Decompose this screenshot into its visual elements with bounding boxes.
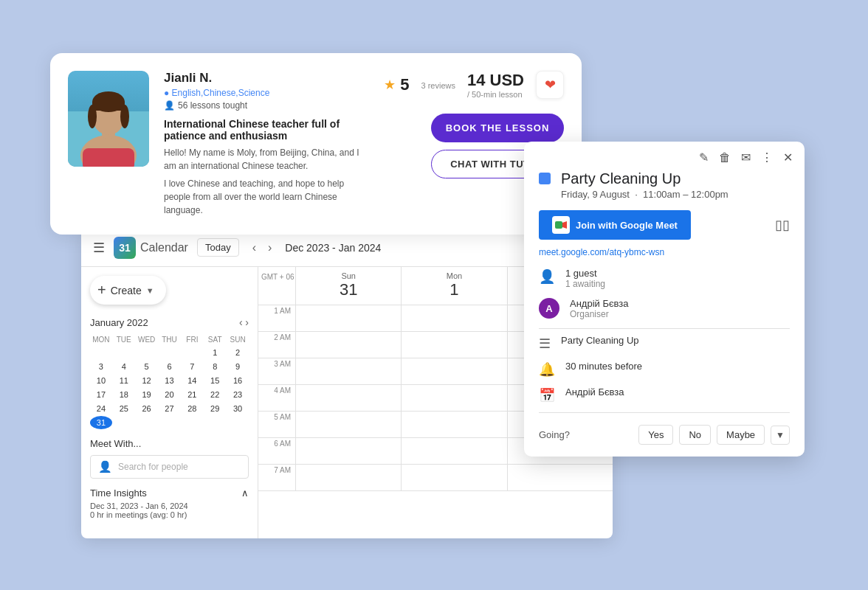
tutor-main: Jianli N. ● English,Chinese,Science 👤 56… <box>164 71 369 217</box>
no-button[interactable]: No <box>679 425 711 445</box>
mini-cal-day[interactable]: 4 <box>113 360 135 373</box>
guests-icon: 👤 <box>539 268 555 285</box>
mini-cal-day[interactable] <box>136 346 158 359</box>
cal-cell[interactable] <box>295 385 401 412</box>
mini-cal-day[interactable]: 12 <box>136 374 158 387</box>
mini-cal-day[interactable] <box>113 346 135 359</box>
mini-cal-day[interactable]: 3 <box>90 360 112 373</box>
mini-cal-day[interactable]: 9 <box>227 360 249 373</box>
copy-icon: ▯▯ <box>775 218 790 232</box>
mini-cal-day[interactable] <box>159 416 181 429</box>
going-dropdown-button[interactable]: ▼ <box>771 426 790 445</box>
mini-cal-next[interactable]: › <box>245 316 249 328</box>
copy-link-button[interactable]: ▯▯ <box>775 217 790 233</box>
cal-cell[interactable] <box>295 465 401 491</box>
cal-cell[interactable] <box>295 438 401 465</box>
close-button[interactable]: ✕ <box>780 148 796 167</box>
mini-cal-day[interactable]: 29 <box>204 402 226 415</box>
mini-cal-day[interactable]: 2 <box>227 346 249 359</box>
day-header-wed: WED <box>136 334 158 345</box>
mini-cal-day[interactable]: 13 <box>159 374 181 387</box>
time-insights-header[interactable]: Time Insights ∧ <box>90 487 249 499</box>
mini-cal-day[interactable] <box>204 416 226 429</box>
mini-cal-day[interactable]: 25 <box>113 402 135 415</box>
cal-cell[interactable] <box>401 465 506 491</box>
email-button[interactable]: ✉ <box>738 148 754 167</box>
calendar-logo-text: Calendar <box>140 241 188 254</box>
cal-cell[interactable] <box>401 385 506 412</box>
mini-cal-day[interactable]: 14 <box>181 374 203 387</box>
tutor-lessons: 👤 56 lessons tought <box>164 100 369 111</box>
cal-cell[interactable] <box>295 412 401 438</box>
calendar-nav: ‹ › <box>248 240 277 256</box>
mini-cal-day[interactable] <box>113 416 135 429</box>
mini-cal-day[interactable]: 27 <box>159 402 181 415</box>
mini-cal-day[interactable]: 15 <box>204 374 226 387</box>
mini-cal-day[interactable]: 5 <box>136 360 158 373</box>
tutor-price-group: 14 USD / 50-min lesson <box>467 71 524 99</box>
cal-cell[interactable] <box>401 332 506 358</box>
day-header-mon: MON <box>90 334 112 345</box>
mini-cal-nav: ‹ › <box>239 316 249 328</box>
book-lesson-button[interactable]: BOOK THE LESSON <box>431 114 564 142</box>
cal-cell[interactable] <box>507 465 613 491</box>
mini-cal-day[interactable]: 1 <box>204 346 226 359</box>
mini-cal-day[interactable]: 6 <box>159 360 181 373</box>
mini-cal-day[interactable]: 28 <box>181 402 203 415</box>
mini-cal-day[interactable]: 8 <box>204 360 226 373</box>
mini-cal-day[interactable]: 7 <box>181 360 203 373</box>
create-button[interactable]: + Create ▼ <box>90 276 166 305</box>
cal-cell[interactable] <box>401 412 506 438</box>
prev-nav-button[interactable]: ‹ <box>248 240 261 256</box>
yes-button[interactable]: Yes <box>638 425 673 445</box>
next-nav-button[interactable]: › <box>264 240 276 256</box>
mini-cal-day[interactable] <box>181 346 203 359</box>
mini-cal-day[interactable] <box>181 416 203 429</box>
mini-cal-day[interactable]: 20 <box>159 388 181 401</box>
mini-cal-day[interactable]: 24 <box>90 402 112 415</box>
today-button[interactable]: Today <box>197 238 239 257</box>
search-people-field[interactable]: 👤 Search for people <box>90 455 249 479</box>
cal-cell[interactable] <box>295 358 401 385</box>
mini-cal-day[interactable]: 23 <box>227 388 249 401</box>
time-label: 6 AM <box>258 438 295 465</box>
mini-cal-day[interactable]: 30 <box>227 402 249 415</box>
people-icon: 👤 <box>98 460 112 473</box>
mini-cal-day[interactable]: 10 <box>90 374 112 387</box>
cal-cell[interactable] <box>401 438 506 465</box>
mini-cal-day[interactable] <box>136 416 158 429</box>
mini-cal-day[interactable]: 19 <box>136 388 158 401</box>
mini-cal-day[interactable]: 26 <box>136 402 158 415</box>
mini-cal-day[interactable]: 17 <box>90 388 112 401</box>
cal-cell[interactable] <box>295 332 401 358</box>
cal-cell[interactable] <box>295 305 401 332</box>
tutor-reviews-count: 3 reviews <box>421 78 455 91</box>
join-meet-button[interactable]: Join with Google Meet <box>539 210 691 240</box>
mini-cal-day[interactable] <box>227 416 249 429</box>
event-color-dot <box>539 173 551 184</box>
edit-button[interactable]: ✎ <box>696 148 712 167</box>
mini-cal-day-today[interactable]: 31 <box>90 416 112 429</box>
mini-cal-day[interactable]: 18 <box>113 388 135 401</box>
calendar-logo: 31 Calendar <box>114 237 188 259</box>
maybe-button[interactable]: Maybe <box>717 425 765 445</box>
cal-cell[interactable] <box>401 358 506 385</box>
meet-link[interactable]: meet.google.com/atq-ybmc-wsn <box>539 247 790 257</box>
mini-cal-day[interactable]: 21 <box>181 388 203 401</box>
mini-cal-day[interactable] <box>90 346 112 359</box>
divider-2 <box>539 412 790 413</box>
mini-cal-day[interactable] <box>159 346 181 359</box>
mini-cal-day[interactable]: 11 <box>113 374 135 387</box>
mini-cal-day[interactable]: 22 <box>204 388 226 401</box>
tutor-desc-1: Hello! My name is Moly, from Beijing, Ch… <box>164 146 369 173</box>
organizer-row: A Андрій Бєвза Organiser <box>539 298 790 319</box>
favorite-button[interactable]: ❤ <box>536 71 564 99</box>
delete-button[interactable]: 🗑 <box>716 148 734 167</box>
more-options-button[interactable]: ⋮ <box>758 148 776 167</box>
mini-cal-day[interactable]: 16 <box>227 374 249 387</box>
svg-marker-11 <box>562 221 567 229</box>
cal-cell[interactable] <box>401 305 506 332</box>
mini-cal-prev[interactable]: ‹ <box>239 316 243 328</box>
menu-icon[interactable]: ☰ <box>93 240 105 256</box>
day-header-sun: SUN <box>227 334 249 345</box>
